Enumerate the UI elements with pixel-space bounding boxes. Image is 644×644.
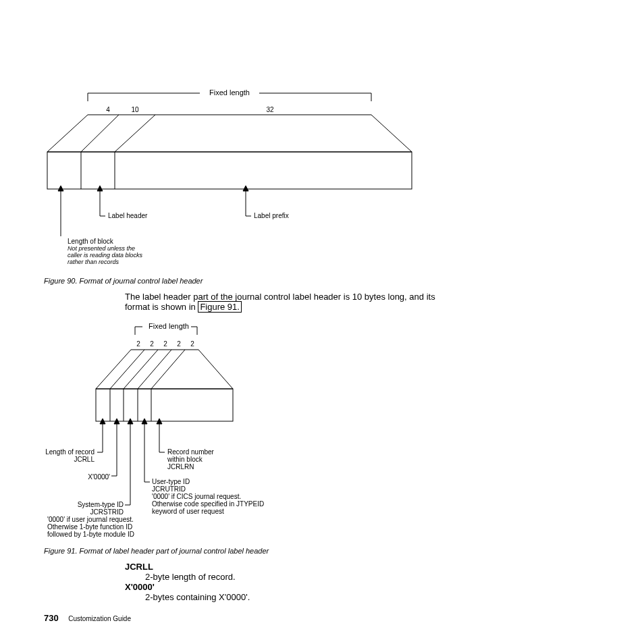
label-prefix-text: Label prefix [254,212,289,219]
note-line-3: rather than records [68,259,119,265]
w5: 2 [190,340,194,348]
usr-4: Otherwise code specified in JTYPEID [152,500,264,508]
fixed-length-label: Fixed length [209,88,250,97]
svg-marker-11 [58,186,63,191]
svg-marker-22 [96,350,233,389]
sys-4: Otherwise 1-byte function ID [47,523,132,531]
figure-90: Fixed length 4 10 32 Label header Label … [41,81,513,284]
block-3d [47,115,412,189]
note-line-2: caller is reading data blocks [68,252,143,259]
rec-2: within block [167,456,203,463]
length-of-block-text: Length of block [68,238,114,245]
para-line-2-pre: format is shown in [125,302,198,312]
usr-1: User-type ID [152,478,190,485]
svg-line-6 [81,115,119,152]
sys-1: System-type ID [78,501,124,508]
figure-90-caption: Figure 90. Format of journal control lab… [44,277,203,285]
usr-2: JCRUTRID [152,485,186,493]
svg-line-26 [138,350,171,389]
len-rec-1: Length of record [45,448,95,456]
figure-91-caption: Figure 91. Format of label header part o… [44,547,269,555]
dt-jcrll: JCRLL [125,562,250,572]
w4: 2 [177,340,181,348]
fixed-length-bracket: Fixed length [88,88,371,101]
dd-x0000: 2-bytes containing X'0000'. [145,592,250,602]
svg-marker-13 [97,186,103,191]
figure-91: Fixed length 2 2 2 2 2 [41,317,351,547]
svg-line-27 [151,350,185,389]
callout-arrows [58,186,251,236]
x0000: X'0000' [88,473,110,481]
w2: 2 [150,340,154,348]
svg-line-24 [110,350,144,389]
label-header-text: Label header [108,212,148,219]
svg-line-25 [124,350,158,389]
doc-title: Customization Guide [68,615,131,622]
block-3d-2 [96,350,233,421]
rec-1: Record number [167,448,215,456]
svg-rect-5 [47,152,412,189]
dt-x0000: X'0000' [125,582,250,592]
col-width-10: 10 [131,106,139,113]
svg-rect-23 [96,389,233,421]
usr-5: keyword of user request [152,508,224,515]
col-width-32: 32 [266,106,274,113]
svg-line-7 [115,115,155,152]
dd-jcrll: 2-byte length of record. [145,572,250,582]
page-number: 730 [44,613,59,623]
para-line-1: The label header part of the journal con… [125,292,543,302]
col-width-4: 4 [106,106,110,113]
figure-91-link[interactable]: Figure 91. [198,301,242,313]
fixed-length-label-2: Fixed length [149,322,189,330]
svg-marker-4 [47,115,412,152]
fixed-length-bracket-2: Fixed length [135,322,197,335]
sys-5: followed by 1-byte module ID [47,531,134,538]
w3: 2 [163,340,167,348]
usr-3: '0000' if CICS journal request. [152,493,241,500]
w1: 2 [136,340,140,348]
sys-2: JCRSTRID [90,508,124,516]
sys-3: '0000' if user journal request. [47,516,134,523]
note-line-1: Not presented unless the [68,245,135,252]
len-rec-2: JCRLL [74,456,95,463]
rec-3: JCRLRN [167,463,194,471]
svg-marker-16 [243,186,248,191]
